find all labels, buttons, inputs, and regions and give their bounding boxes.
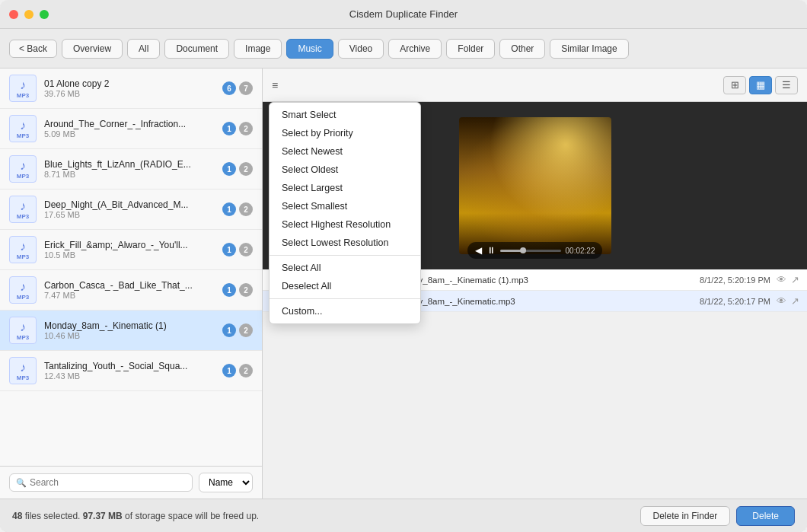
list-item[interactable]: ♪ MP3 Blue_Lights_ft_LizAnn_(RADIO_E... … [0,149,262,189]
external-link-icon[interactable]: ↗ [791,274,799,285]
view-controls: ⊞ ▦ ☰ [723,76,798,94]
filter-icon[interactable]: ≡ [272,79,278,91]
storage-freed: 97.37 MB [83,511,123,521]
file-name: 01 Alone copy 2 [44,78,215,89]
badge-count1: 1 [222,364,236,377]
mp3-icon: ♪ MP3 [9,196,37,223]
select-smallest-menu-item[interactable]: Select Smallest [270,197,420,215]
list-item[interactable]: ♪ MP3 Deep_Night_(A_Bit_Advanced_M... 17… [0,190,262,229]
badge-count1: 1 [222,283,236,297]
tab-archive[interactable]: Archive [388,39,442,59]
tab-folder[interactable]: Folder [446,39,495,59]
file-group-7: ♪ MP3 Tantalizing_Youth_-_Social_Squa...… [0,351,262,391]
menu-separator-1 [270,255,420,256]
badge-count1: 6 [222,81,236,95]
badge-count1: 1 [222,323,236,337]
external-link-icon[interactable]: ↗ [791,295,799,307]
file-name: Around_The_Corner_-_Infraction... [44,119,215,129]
tab-music[interactable]: Music [286,39,333,59]
tab-overview[interactable]: Overview [62,39,123,59]
mp3-icon: ♪ MP3 [9,75,37,102]
view-columns-button[interactable]: ▦ [749,76,772,94]
eye-icon[interactable]: 👁 [777,295,786,307]
file-group-1: ♪ MP3 Around_The_Corner_-_Infraction... … [0,109,262,149]
file-info: Carbon_Casca_-_Bad_Like_That_... 7.47 MB [44,280,215,300]
select-oldest-menu-item[interactable]: Select Oldest [270,161,420,179]
list-item[interactable]: ♪ MP3 Monday_8am_-_Kinematic (1) 10.46 M… [0,311,262,350]
badge-count1: 1 [222,202,236,216]
file-size: 12.43 MB [44,371,215,381]
music-note-icon: ♪ [20,199,26,213]
badge-count1: 1 [222,243,236,256]
window-title: Cisdem Duplicate Finder [349,8,458,20]
toolbar: < Back Overview All Document Image Music… [0,29,807,68]
file-name: Tantalizing_Youth_-_Social_Squa... [44,361,215,371]
deselect-all-menu-item[interactable]: Deselect All [270,277,420,295]
tab-other[interactable]: Other [499,39,545,59]
close-button[interactable] [9,10,18,19]
rewind-button[interactable]: ◀ [475,245,482,256]
music-note-icon: ♪ [20,119,26,132]
list-item[interactable]: ♪ MP3 01 Alone copy 2 39.76 MB 6 7 [0,68,262,108]
file-name: Carbon_Casca_-_Bad_Like_That_... [44,280,215,291]
eye-icon[interactable]: 👁 [777,274,786,285]
list-item[interactable]: ♪ MP3 Around_The_Corner_-_Infraction... … [0,109,262,148]
select-all-menu-item[interactable]: Select All [270,259,420,277]
view-grid-button[interactable]: ⊞ [723,76,746,94]
sort-select[interactable]: Name Size Date [199,473,253,492]
search-input[interactable] [30,477,186,488]
left-panel: ♪ MP3 01 Alone copy 2 39.76 MB 6 7 [0,68,263,499]
file-badges: 1 2 [222,162,253,176]
back-button[interactable]: < Back [9,40,57,58]
list-item[interactable]: ♪ MP3 Erick_Fill_&amp;_Alwaro_-_You'll..… [0,230,262,269]
delete-button[interactable]: Delete [736,506,795,526]
files-selected-count: 48 [12,511,22,521]
file-badges: 1 2 [222,283,253,297]
tab-document[interactable]: Document [164,39,229,59]
tab-all[interactable]: All [127,39,160,59]
music-note-icon: ♪ [20,159,26,173]
select-highest-resolution-menu-item[interactable]: Select Highest Resolution [270,215,420,234]
tab-image[interactable]: Image [234,39,282,59]
badge-count2: 2 [239,122,253,135]
select-lowest-resolution-menu-item[interactable]: Select Lowest Resolution [270,234,420,252]
file-badges: 1 2 [222,364,253,377]
traffic-lights [9,10,49,19]
music-note-icon: ♪ [20,240,26,253]
search-box[interactable]: 🔍 [9,473,193,492]
mp3-icon: ♪ MP3 [9,155,37,183]
file-badges: 1 2 [222,122,253,135]
bottom-actions: Delete in Finder Delete [640,506,795,526]
progress-bar[interactable] [500,250,561,252]
smart-select-menu-item[interactable]: Smart Select [270,106,420,124]
badge-count2: 2 [239,364,253,377]
file-group-4: ♪ MP3 Erick_Fill_&amp;_Alwaro_-_You'll..… [0,230,262,270]
pause-button[interactable]: ⏸ [486,245,496,256]
time-label: 00:02:22 [566,247,595,255]
app-window: Cisdem Duplicate Finder < Back Overview … [0,0,807,532]
mp3-icon: ♪ MP3 [9,317,37,344]
file-size: 10.46 MB [44,331,215,340]
file-name: Deep_Night_(A_Bit_Advanced_M... [44,199,215,210]
minimize-button[interactable] [24,10,33,19]
select-by-priority-menu-item[interactable]: Select by Priority [270,124,420,142]
tab-similar-image[interactable]: Similar Image [550,39,628,59]
view-list-button[interactable]: ☰ [775,76,798,94]
bottom-bar: 48 files selected. 97.37 MB of storage s… [0,499,807,532]
list-item[interactable]: ♪ MP3 Tantalizing_Youth_-_Social_Squa...… [0,351,262,390]
badge-count1: 1 [222,122,236,135]
file-size: 5.09 MB [44,129,215,139]
list-item[interactable]: ♪ MP3 Carbon_Casca_-_Bad_Like_That_... 7… [0,270,262,310]
select-newest-menu-item[interactable]: Select Newest [270,142,420,161]
file-badges: 1 2 [222,323,253,337]
music-note-icon: ♪ [20,280,26,294]
maximize-button[interactable] [40,10,49,19]
tab-video[interactable]: Video [338,39,384,59]
custom-menu-item[interactable]: Custom... [270,302,420,320]
music-note-icon: ♪ [20,78,26,92]
delete-in-finder-button[interactable]: Delete in Finder [640,506,731,526]
select-largest-menu-item[interactable]: Select Largest [270,179,420,197]
row-actions: 👁 ↗ [777,274,799,285]
mp3-icon: ♪ MP3 [9,115,37,142]
file-name: Blue_Lights_ft_LizAnn_(RADIO_E... [44,159,215,170]
